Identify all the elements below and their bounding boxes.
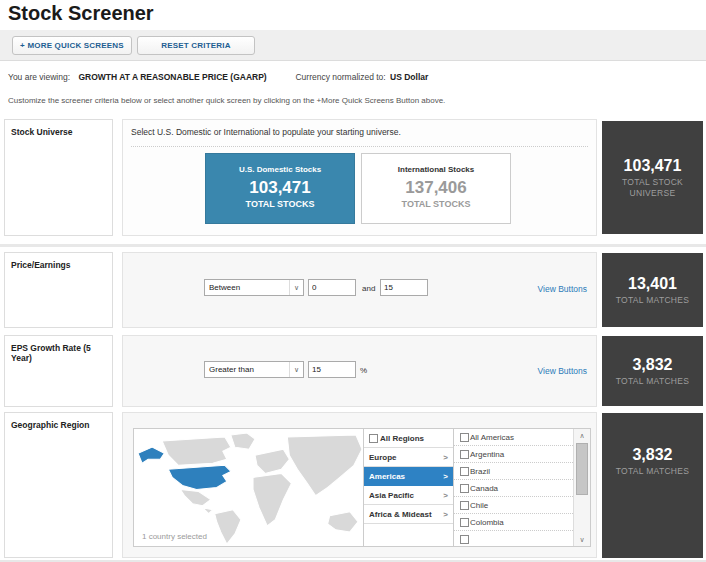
country-item-canada[interactable]: Canada — [454, 480, 573, 497]
chevron-right-icon: > — [443, 510, 448, 519]
currency-label: Currency normalized to: — [295, 72, 385, 82]
eps-total-matches-box: 3,832 TOTAL MATCHES — [602, 336, 703, 406]
map-usa-selected — [168, 465, 231, 489]
pe-max-input[interactable] — [380, 279, 428, 296]
checkbox-icon[interactable] — [460, 433, 469, 442]
map-greenland — [231, 433, 255, 449]
total-stock-universe-box: 103,471 TOTAL STOCK UNIVERSE — [602, 121, 703, 234]
dotted-divider — [131, 146, 588, 147]
country-list-scrollbar[interactable]: ∧ ∨ — [573, 429, 590, 546]
pe-view-buttons-link[interactable]: View Buttons — [538, 284, 587, 294]
world-map[interactable]: 1 country selected — [134, 429, 364, 546]
total-stock-universe-count: 103,471 — [624, 157, 682, 175]
map-south-america — [215, 510, 241, 544]
country-label: All Americas — [470, 433, 514, 442]
region-list: All Regions Europe > Americas > Asia Pac… — [364, 429, 454, 546]
and-label: and — [362, 284, 375, 293]
viewing-value: GROWTH AT A REASONABLE PRICE (GAARP) — [78, 72, 266, 82]
region-label: Americas — [369, 472, 405, 481]
map-europe — [255, 449, 289, 473]
us-domestic-stocks-card[interactable]: U.S. Domestic Stocks 103,471 TOTAL STOCK… — [205, 153, 355, 224]
row-label-stock-universe: Stock Universe — [4, 119, 113, 236]
checkbox-icon[interactable] — [460, 467, 469, 476]
chevron-right-icon: > — [443, 453, 448, 462]
stock-universe-instruction: Select U.S. Domestic or International to… — [131, 127, 401, 137]
viewing-status: You are viewing: GROWTH AT A REASONABLE … — [8, 72, 428, 82]
geographic-selector: 1 country selected All Regions Europe > … — [133, 428, 591, 547]
country-item-chile[interactable]: Chile — [454, 497, 573, 514]
region-label: All Regions — [380, 434, 424, 443]
row-label-geographic-region: Geographic Region — [4, 412, 113, 558]
toolbar: + MORE QUICK SCREENS RESET CRITERIA — [0, 30, 706, 61]
region-item-europe[interactable]: Europe > — [364, 448, 453, 467]
region-item-asia-pacific[interactable]: Asia Pacific > — [364, 486, 453, 505]
eps-value-input[interactable] — [308, 361, 356, 378]
chevron-right-icon: > — [443, 472, 448, 481]
stock-screener-page: Stock Screener + MORE QUICK SCREENS RESE… — [0, 0, 706, 562]
geographic-region-panel: 1 country selected All Regions Europe > … — [122, 412, 597, 558]
region-label: Africa & Mideast — [369, 510, 432, 519]
screener-instructions: Customize the screener criteria below or… — [8, 96, 445, 105]
eps-total-matches-label: TOTAL MATCHES — [608, 376, 698, 387]
eps-total-matches-count: 3,832 — [632, 356, 672, 374]
eps-view-buttons-link[interactable]: View Buttons — [538, 366, 587, 376]
price-earnings-panel: Between ∨ and View Buttons — [122, 252, 597, 328]
checkbox-icon[interactable] — [460, 518, 469, 527]
currency-value: US Dollar — [390, 72, 428, 82]
country-item-partial[interactable] — [454, 531, 573, 546]
international-stocks-card[interactable]: International Stocks 137,406 TOTAL STOCK… — [361, 153, 511, 224]
checkbox-icon[interactable] — [460, 535, 469, 544]
region-label: Asia Pacific — [369, 491, 414, 500]
checkbox-icon[interactable] — [460, 450, 469, 459]
total-stock-universe-label: TOTAL STOCK UNIVERSE — [616, 177, 690, 198]
card-title: U.S. Domestic Stocks — [206, 165, 354, 174]
region-item-all-regions[interactable]: All Regions — [364, 429, 453, 448]
region-item-africa-mideast[interactable]: Africa & Mideast > — [364, 505, 453, 524]
country-label: Argentina — [470, 450, 504, 459]
map-africa — [253, 473, 291, 525]
scrollbar-thumb[interactable] — [576, 443, 588, 495]
row-label-price-earnings: Price/Earnings — [4, 252, 113, 328]
viewing-label: You are viewing: — [8, 72, 70, 82]
pe-operator-value: Between — [205, 283, 289, 292]
card-sublabel: TOTAL STOCKS — [362, 199, 510, 209]
chevron-right-icon: > — [443, 491, 448, 500]
checkbox-icon[interactable] — [369, 434, 378, 443]
card-title: International Stocks — [362, 165, 510, 174]
region-item-americas[interactable]: Americas > — [364, 467, 453, 486]
country-item-brazil[interactable]: Brazil — [454, 463, 573, 480]
eps-operator-value: Greater than — [205, 365, 289, 374]
geo-total-matches-count: 3,832 — [632, 446, 672, 464]
section-divider — [0, 244, 706, 247]
eps-operator-select[interactable]: Greater than ∨ — [204, 361, 304, 378]
more-quick-screens-button[interactable]: + MORE QUICK SCREENS — [12, 36, 132, 55]
scroll-down-icon[interactable]: ∨ — [574, 533, 590, 546]
stock-universe-panel: Select U.S. Domestic or International to… — [122, 119, 597, 236]
world-map-image — [134, 429, 364, 546]
country-label: Canada — [470, 484, 498, 493]
region-label: Europe — [369, 453, 397, 462]
scroll-up-icon[interactable]: ∧ — [574, 429, 590, 442]
country-item-colombia[interactable]: Colombia — [454, 514, 573, 531]
geo-total-matches-label: TOTAL MATCHES — [608, 466, 698, 477]
map-canada — [162, 437, 231, 465]
reset-criteria-button[interactable]: RESET CRITERIA — [137, 36, 255, 55]
checkbox-icon[interactable] — [460, 484, 469, 493]
country-item-argentina[interactable]: Argentina — [454, 446, 573, 463]
geo-total-matches-box: 3,832 TOTAL MATCHES — [602, 413, 703, 558]
country-label: Brazil — [470, 467, 490, 476]
row-label-eps-growth: EPS Growth Rate (5 Year) — [4, 335, 113, 407]
pe-min-input[interactable] — [308, 279, 356, 296]
checkbox-icon[interactable] — [460, 501, 469, 510]
card-sublabel: TOTAL STOCKS — [206, 199, 354, 209]
pe-operator-select[interactable]: Between ∨ — [204, 279, 304, 296]
card-count: 137,406 — [362, 178, 510, 198]
country-item-all-americas[interactable]: All Americas — [454, 429, 573, 446]
map-australia — [328, 512, 358, 532]
card-count: 103,471 — [206, 178, 354, 198]
chevron-down-icon: ∨ — [289, 280, 303, 295]
page-title: Stock Screener — [8, 2, 154, 25]
percent-label: % — [360, 366, 367, 375]
map-caption: 1 country selected — [142, 532, 207, 541]
map-alaska-selected — [138, 447, 164, 463]
